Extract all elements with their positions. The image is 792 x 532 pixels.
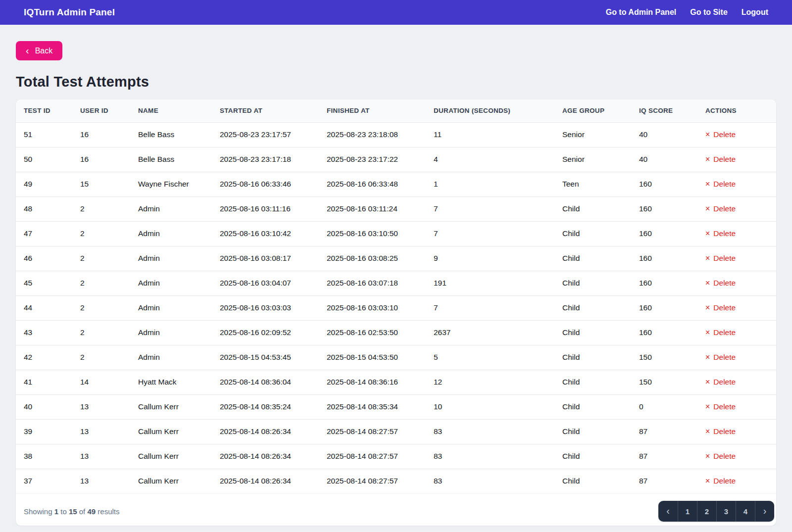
cell-finished-at: 2025-08-16 03:11:24 <box>319 196 426 221</box>
cell-actions: ×Delete <box>697 419 776 444</box>
pagination-next-button[interactable]: › <box>755 501 774 522</box>
cell-age-group: Child <box>554 320 631 345</box>
cell-user-id: 15 <box>72 172 130 196</box>
delete-button[interactable]: ×Delete <box>705 477 736 485</box>
table-row: 442Admin2025-08-16 03:03:032025-08-16 03… <box>16 295 776 320</box>
cell-started-at: 2025-08-16 06:33:46 <box>212 172 319 196</box>
cell-age-group: Child <box>554 295 631 320</box>
table-row: 4915Wayne Fischer2025-08-16 06:33:462025… <box>16 172 776 196</box>
table-row: 452Admin2025-08-16 03:04:072025-08-16 03… <box>16 271 776 295</box>
summary-word: Showing <box>24 507 52 516</box>
delete-button[interactable]: ×Delete <box>705 378 736 387</box>
cell-iq-score: 160 <box>631 295 697 320</box>
cell-age-group: Child <box>554 394 631 419</box>
cell-started-at: 2025-08-15 04:53:45 <box>212 345 319 370</box>
cell-iq-score: 160 <box>631 246 697 271</box>
cell-iq-score: 40 <box>631 122 697 147</box>
summary-total: 49 <box>87 507 96 516</box>
delete-button[interactable]: ×Delete <box>705 204 736 213</box>
column-header-finished-at: FINISHED AT <box>319 99 426 122</box>
cell-age-group: Child <box>554 246 631 271</box>
cell-actions: ×Delete <box>697 469 776 493</box>
delete-button[interactable]: ×Delete <box>705 328 736 337</box>
table-body: 5116Belle Bass2025-08-23 23:17:572025-08… <box>16 122 776 493</box>
cell-user-id: 2 <box>72 196 130 221</box>
delete-button[interactable]: ×Delete <box>705 427 736 436</box>
delete-x-icon: × <box>705 477 710 485</box>
table-row: 4114Hyatt Mack2025-08-14 08:36:042025-08… <box>16 370 776 394</box>
cell-test-id: 45 <box>16 271 72 295</box>
cell-duration: 7 <box>426 221 554 246</box>
delete-button[interactable]: ×Delete <box>705 402 736 411</box>
cell-user-id: 2 <box>72 345 130 370</box>
test-attempts-table: TEST ID USER ID NAME STARTED AT FINISHED… <box>16 99 776 493</box>
delete-button[interactable]: ×Delete <box>705 180 736 189</box>
pagination-page-3[interactable]: 3 <box>716 501 736 522</box>
table-row: 5116Belle Bass2025-08-23 23:17:572025-08… <box>16 122 776 147</box>
cell-user-id: 13 <box>72 469 130 493</box>
delete-x-icon: × <box>705 279 710 287</box>
delete-x-icon: × <box>705 230 710 238</box>
pagination-page-1[interactable]: 1 <box>678 501 697 522</box>
cell-started-at: 2025-08-23 23:17:18 <box>212 147 319 172</box>
delete-x-icon: × <box>705 329 710 337</box>
cell-finished-at: 2025-08-14 08:35:34 <box>319 394 426 419</box>
cell-name: Admin <box>130 271 212 295</box>
cell-name: Belle Bass <box>130 122 212 147</box>
delete-label: Delete <box>713 378 736 387</box>
delete-x-icon: × <box>705 180 710 188</box>
cell-name: Admin <box>130 246 212 271</box>
cell-finished-at: 2025-08-14 08:27:57 <box>319 444 426 469</box>
cell-duration: 9 <box>426 246 554 271</box>
cell-age-group: Senior <box>554 122 631 147</box>
pagination-prev-button[interactable]: ‹ <box>658 501 678 522</box>
cell-iq-score: 160 <box>631 196 697 221</box>
cell-age-group: Teen <box>554 172 631 196</box>
table-row: 482Admin2025-08-16 03:11:162025-08-16 03… <box>16 196 776 221</box>
nav-link-go-to-admin-panel[interactable]: Go to Admin Panel <box>606 8 677 17</box>
main-content: ‹ Back Total Test Attempts TEST ID USER … <box>0 25 792 526</box>
cell-actions: ×Delete <box>697 394 776 419</box>
delete-x-icon: × <box>705 254 710 262</box>
cell-duration: 1 <box>426 172 554 196</box>
cell-actions: ×Delete <box>697 444 776 469</box>
delete-button[interactable]: ×Delete <box>705 254 736 263</box>
cell-test-id: 39 <box>16 419 72 444</box>
cell-test-id: 43 <box>16 320 72 345</box>
cell-user-id: 2 <box>72 295 130 320</box>
cell-duration: 83 <box>426 469 554 493</box>
cell-user-id: 2 <box>72 320 130 345</box>
cell-finished-at: 2025-08-14 08:36:16 <box>319 370 426 394</box>
column-header-user-id: USER ID <box>72 99 130 122</box>
cell-iq-score: 160 <box>631 271 697 295</box>
delete-button[interactable]: ×Delete <box>705 229 736 238</box>
cell-actions: ×Delete <box>697 172 776 196</box>
cell-actions: ×Delete <box>697 147 776 172</box>
delete-button[interactable]: ×Delete <box>705 303 736 312</box>
delete-button[interactable]: ×Delete <box>705 130 736 139</box>
cell-finished-at: 2025-08-14 08:27:57 <box>319 419 426 444</box>
nav-link-go-to-site[interactable]: Go to Site <box>690 8 728 17</box>
delete-x-icon: × <box>705 428 710 435</box>
cell-iq-score: 40 <box>631 147 697 172</box>
cell-name: Hyatt Mack <box>130 370 212 394</box>
delete-label: Delete <box>713 328 736 337</box>
cell-started-at: 2025-08-16 03:03:03 <box>212 295 319 320</box>
cell-iq-score: 87 <box>631 444 697 469</box>
cell-user-id: 2 <box>72 246 130 271</box>
pagination-page-4[interactable]: 4 <box>736 501 755 522</box>
nav-link-logout[interactable]: Logout <box>742 8 768 17</box>
back-button[interactable]: ‹ Back <box>16 41 62 60</box>
cell-duration: 83 <box>426 444 554 469</box>
delete-label: Delete <box>713 452 736 461</box>
cell-actions: ×Delete <box>697 345 776 370</box>
delete-x-icon: × <box>705 205 710 213</box>
delete-button[interactable]: ×Delete <box>705 452 736 461</box>
cell-finished-at: 2025-08-16 03:03:10 <box>319 295 426 320</box>
delete-x-icon: × <box>705 131 710 139</box>
delete-button[interactable]: ×Delete <box>705 155 736 164</box>
delete-button[interactable]: ×Delete <box>705 279 736 288</box>
delete-button[interactable]: ×Delete <box>705 353 736 362</box>
pagination-page-2[interactable]: 2 <box>697 501 716 522</box>
delete-label: Delete <box>713 130 736 139</box>
